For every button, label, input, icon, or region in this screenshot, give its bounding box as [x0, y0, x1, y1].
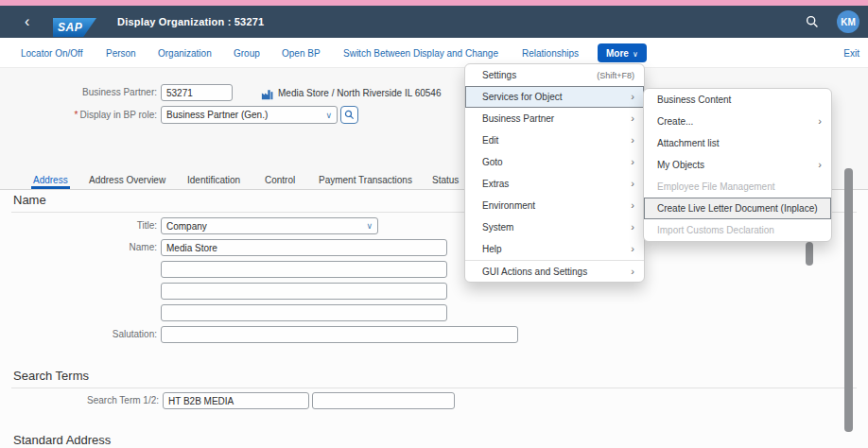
menu-item-label: Employee File Management: [657, 181, 775, 192]
menubar-item-person[interactable]: Person: [106, 38, 136, 68]
menu-item-goto[interactable]: Goto: [465, 151, 644, 173]
menubar-item-open-bp[interactable]: Open BP: [282, 38, 321, 68]
submenu-arrow-icon: [631, 267, 634, 277]
search-term-label: Search Term 1/2:: [0, 392, 159, 409]
bp-role-label-text: Display in BP role:: [79, 110, 157, 120]
menu-item-label: System: [482, 222, 513, 233]
more-button-label: More: [606, 48, 629, 59]
search-term-2-field[interactable]: [312, 392, 455, 409]
menubar-item-organization[interactable]: Organization: [158, 38, 212, 68]
submenu-arrow-icon: [818, 116, 822, 127]
name-section-heading: Name: [13, 193, 46, 207]
menu-item-gui-actions-settings[interactable]: GUI Actions and Settings: [465, 260, 644, 282]
avatar[interactable]: KM: [837, 10, 859, 33]
vertical-scrollbar-thumb[interactable]: [844, 168, 853, 432]
submenu-item-employee-file-management: Employee File Management: [644, 176, 831, 198]
name-field-4[interactable]: [161, 304, 447, 321]
tab-address-overview[interactable]: Address Overview: [89, 170, 165, 189]
more-button[interactable]: More: [598, 43, 647, 62]
menu-item-help[interactable]: Help: [465, 238, 644, 260]
back-icon[interactable]: [25, 6, 29, 38]
shellbar: SAP Display Organization : 53271 KM: [0, 6, 868, 38]
name-field[interactable]: [161, 239, 447, 256]
content-scrollbar-thumb[interactable]: [806, 242, 813, 266]
title-label: Title:: [0, 217, 157, 234]
more-dropdown-menu: Settings (Shift+F8) Services for Object …: [464, 63, 645, 283]
exit-button[interactable]: Exit: [843, 38, 859, 68]
menu-item-services-for-object[interactable]: Services for Object: [465, 86, 644, 108]
submenu-arrow-icon: [818, 160, 822, 170]
submenu-arrow-icon: [631, 113, 634, 124]
menu-item-label: Import Customs Declaration: [657, 225, 774, 235]
tab-status[interactable]: Status: [432, 170, 459, 189]
services-for-object-submenu: Business Content Create... Attachment li…: [643, 88, 832, 242]
chevron-down-icon: [366, 221, 373, 231]
organization-summary: Media Store / North Riverside IL 60546: [278, 84, 442, 101]
menu-item-label: Extras: [482, 179, 509, 189]
bp-role-value: Business Partner (Gen.): [166, 110, 268, 120]
menu-item-label: Settings: [482, 70, 516, 80]
menu-item-label: Edit: [482, 135, 498, 146]
salutation-label: Salutation:: [0, 326, 157, 343]
submenu-item-business-content[interactable]: Business Content: [644, 89, 831, 111]
menu-item-extras[interactable]: Extras: [465, 173, 644, 195]
menubar-item-group[interactable]: Group: [234, 38, 260, 68]
submenu-item-my-objects[interactable]: My Objects: [644, 154, 831, 176]
submenu-item-create-live-letter-document[interactable]: Create Live Letter Document (Inplace): [644, 198, 831, 219]
tab-payment-transactions[interactable]: Payment Transactions: [319, 170, 412, 189]
submenu-arrow-icon: [631, 157, 634, 167]
value-help-button[interactable]: [340, 106, 358, 124]
menu-item-label: My Objects: [657, 160, 704, 170]
menu-item-shortcut: (Shift+F8): [597, 71, 634, 80]
submenu-arrow-icon: [631, 200, 634, 211]
submenu-arrow-icon: [631, 179, 634, 189]
menu-item-label: Business Content: [657, 95, 731, 105]
submenu-item-import-customs-declaration: Import Customs Declaration: [644, 219, 831, 241]
submenu-arrow-icon: [631, 135, 634, 146]
title-select[interactable]: Company: [161, 217, 378, 234]
menu-item-business-partner[interactable]: Business Partner: [465, 108, 644, 129]
business-partner-label: Business Partner:: [0, 84, 157, 101]
search-icon[interactable]: [806, 15, 819, 28]
chevron-down-icon: [633, 48, 638, 59]
menu-item-edit[interactable]: Edit: [465, 129, 644, 151]
section-divider: [11, 388, 857, 388]
sap-logo-text: SAP: [58, 21, 82, 34]
submenu-item-create[interactable]: Create...: [644, 111, 831, 132]
search-term-1-field[interactable]: [163, 392, 309, 409]
submenu-arrow-icon: [631, 92, 634, 102]
submenu-arrow-icon: [631, 244, 634, 254]
standard-address-heading: Standard Address: [13, 433, 111, 447]
business-partner-field[interactable]: [161, 84, 233, 101]
bp-role-select[interactable]: Business Partner (Gen.): [161, 106, 338, 124]
menu-item-label: Environment: [482, 200, 535, 211]
menu-item-label: Attachment list: [657, 138, 720, 148]
action-menubar: Locator On/Off Person Organization Group…: [0, 38, 868, 68]
tab-identification[interactable]: Identification: [187, 170, 240, 189]
page-title: Display Organization : 53271: [117, 6, 264, 38]
menu-item-label: Business Partner: [482, 113, 554, 124]
menubar-item-locator[interactable]: Locator On/Off: [21, 38, 82, 68]
tab-address[interactable]: Address: [33, 170, 68, 189]
menu-item-system[interactable]: System: [465, 216, 644, 238]
menu-item-label: Help: [482, 244, 502, 254]
bp-role-label: *Display in BP role:: [0, 106, 157, 124]
submenu-item-attachment-list[interactable]: Attachment list: [644, 132, 831, 154]
menu-item-label: Services for Object: [482, 92, 562, 102]
sap-logo: SAP: [53, 18, 96, 37]
name-field-2[interactable]: [161, 261, 447, 278]
salutation-field[interactable]: [161, 326, 518, 343]
organization-icon: [261, 87, 273, 98]
search-terms-heading: Search Terms: [13, 369, 89, 383]
menu-item-environment[interactable]: Environment: [465, 195, 644, 216]
menu-item-label: Create...: [657, 116, 693, 127]
name-label: Name:: [0, 239, 157, 256]
tab-control[interactable]: Control: [265, 170, 295, 189]
required-asterisk: *: [75, 110, 78, 120]
submenu-arrow-icon: [631, 222, 634, 233]
menu-item-label: Create Live Letter Document (Inplace): [657, 203, 818, 214]
chevron-down-icon: [325, 111, 332, 120]
menu-item-settings[interactable]: Settings (Shift+F8): [465, 64, 644, 86]
menu-item-label: GUI Actions and Settings: [482, 267, 587, 277]
name-field-3[interactable]: [161, 283, 447, 300]
